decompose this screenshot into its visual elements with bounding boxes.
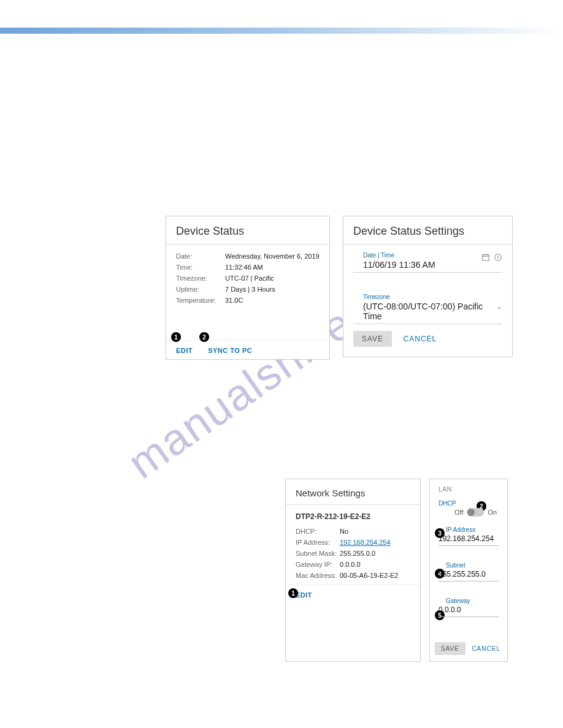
edit-button[interactable]: EDIT [176,347,193,354]
device-status-settings-panel: Device Status Settings Date | Time 11/06… [343,216,513,357]
row-subnet: Subnet Mask: 255.255.0.0 [286,548,420,559]
device-status-settings-title: Device Status Settings [343,216,512,245]
timezone-value: (UTC-08:00/UTC-07:00) Pacific Time [363,301,492,321]
lan-title: LAN [430,479,507,496]
row-timezone: Timezone: UTC-07 | Pacific [166,273,329,284]
value-timezone: UTC-07 | Pacific [225,275,274,282]
row-ip: IP Address: 192.168.254.254 [286,537,420,548]
datetime-label: Date | Time [363,252,492,259]
lan-gateway-input[interactable]: 0.0.0.0 [439,604,499,617]
network-settings-panel: Network Settings DTP2-R-212-19-E2-E2 DHC… [285,479,421,662]
lan-cancel-button[interactable]: CANCEL [472,645,500,652]
row-uptime: Uptime: 7 Days | 3 Hours [166,284,329,295]
value-time: 11:32:46 AM [225,264,263,271]
row-gateway: Gateway IP: 0.0.0.0 [286,559,420,570]
row-mac: Mac Address: 00-05-A6-19-E2-E2 [286,570,420,581]
device-status-panel: Device Status Date: Wednesday, November … [166,216,330,360]
callout-1: 1 [171,332,181,342]
svg-rect-0 [483,255,489,261]
callout-net-1: 1 [288,588,298,598]
label-ip: IP Address: [296,539,340,546]
value-dhcp: No [340,528,348,535]
clock-icon[interactable] [494,253,502,262]
lan-ip-label: IP Address [439,526,499,533]
lan-ip-input[interactable]: 192.168.254.254 [439,533,499,546]
header-gradient-bar [0,28,563,34]
device-status-title: Device Status [166,216,329,245]
lan-panel: LAN DHCP 2 Off On 3 IP Address 192.168.2… [429,479,508,662]
value-subnet: 255.255.0.0 [340,550,375,557]
dhcp-off-label: Off [454,509,463,516]
datetime-value: 11/06/19 11:36 AM [363,260,492,270]
lan-subnet-label: Subnet [439,562,499,569]
network-settings-title: Network Settings [286,479,420,505]
label-timezone: Timezone: [176,275,225,282]
sync-to-pc-button[interactable]: SYNC TO PC [208,347,252,354]
row-temperature: Temperature: 31.0C [166,295,329,306]
label-subnet: Subnet Mask: [296,550,340,557]
device-name: DTP2-R-212-19-E2-E2 [286,505,420,525]
chevron-down-icon[interactable]: ⌄ [496,302,502,311]
row-time: Time: 11:32:46 AM [166,262,329,273]
save-button[interactable]: SAVE [353,331,392,347]
value-gateway: 0.0.0.0 [340,561,361,568]
value-temperature: 31.0C [225,297,243,304]
value-uptime: 7 Days | 3 Hours [225,286,275,293]
timezone-label: Timezone [363,294,492,300]
dhcp-on-label: On [488,509,497,516]
lan-gateway-label: Gateway [439,597,499,604]
label-time: Time: [176,264,225,271]
cancel-button[interactable]: CANCEL [404,335,437,343]
lan-save-button[interactable]: SAVE [435,642,465,655]
label-gateway: Gateway IP: [296,561,340,568]
label-dhcp: DHCP: [296,528,340,535]
dhcp-toggle[interactable] [467,508,484,517]
row-dhcp: DHCP: No [286,526,420,537]
datetime-field[interactable]: Date | Time 11/06/19 11:36 AM [353,245,502,273]
label-date: Date: [176,252,225,260]
label-temperature: Temperature: [176,297,225,304]
dhcp-toggle-row: Off On [430,507,507,523]
callout-2: 2 [199,332,209,342]
lan-subnet-input[interactable]: 255.255.255.0 [439,569,499,582]
calendar-icon[interactable] [481,253,490,262]
network-edit-button[interactable]: EDIT [296,591,312,599]
row-date: Date: Wednesday, November 6, 2019 [166,251,329,262]
dhcp-label: DHCP [439,500,499,507]
timezone-field[interactable]: Timezone (UTC-08:00/UTC-07:00) Pacific T… [353,286,502,324]
value-ip[interactable]: 192.168.254.254 [340,539,391,546]
value-mac: 00-05-A6-19-E2-E2 [340,572,398,579]
value-date: Wednesday, November 6, 2019 [225,252,320,260]
label-mac: Mac Address: [296,572,340,579]
label-uptime: Uptime: [176,286,225,293]
